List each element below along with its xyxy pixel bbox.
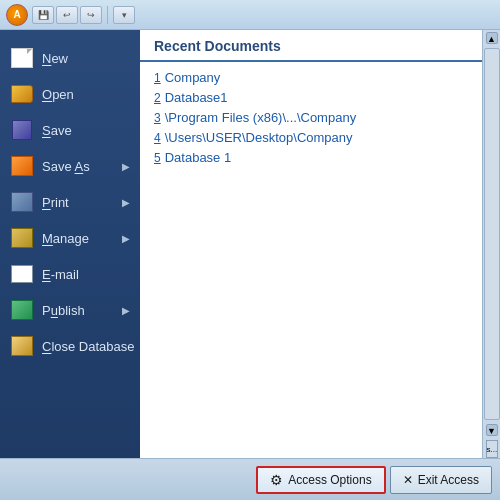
manage-icon [10, 226, 34, 250]
saveas-icon [10, 154, 34, 178]
doc-name-3: \Program Files (x86)\...\Company [165, 110, 356, 125]
doc-num-1: 1 [154, 71, 161, 85]
left-menu-panel: New Open Save [0, 30, 140, 458]
menu-item-manage[interactable]: Manage ▶ [0, 220, 140, 256]
menu-open-label: Open [42, 87, 74, 102]
toolbar-separator [107, 6, 108, 24]
access-options-label: Access Options [288, 473, 371, 487]
doc-item-4[interactable]: 4 \Users\USER\Desktop\Company [154, 130, 468, 145]
doc-item-2[interactable]: 2 Database1 [154, 90, 468, 105]
menu-item-close[interactable]: Close Database [0, 328, 140, 364]
exit-access-label: Exit Access [418, 473, 479, 487]
publish-icon [10, 298, 34, 322]
doc-num-3: 3 [154, 111, 161, 125]
doc-name-5: Database 1 [165, 150, 232, 165]
publish-arrow: ▶ [122, 305, 130, 316]
doc-num-4: 4 [154, 131, 161, 145]
menu-email-label: E-mail [42, 267, 79, 282]
menu-manage-label: Manage [42, 231, 89, 246]
scrollbar-track[interactable] [484, 48, 500, 420]
doc-item-3[interactable]: 3 \Program Files (x86)\...\Company [154, 110, 468, 125]
new-icon [10, 46, 34, 70]
scroll-corner: s... [486, 440, 498, 458]
menu-item-publish[interactable]: Publish ▶ [0, 292, 140, 328]
menu-publish-label: Publish [42, 303, 85, 318]
menu-save-label: Save [42, 123, 72, 138]
content-area: New Open Save [0, 30, 500, 458]
undo-btn[interactable]: ↩ [56, 6, 78, 24]
recent-docs-panel: Recent Documents 1 Company 2 Database1 3… [140, 30, 482, 458]
exit-access-button[interactable]: ✕ Exit Access [390, 466, 492, 494]
titlebar: A 💾 ↩ ↪ ▾ [0, 0, 500, 30]
email-icon [10, 262, 34, 286]
menu-item-open[interactable]: Open [0, 76, 140, 112]
toolbar-buttons: 💾 ↩ ↪ ▾ [32, 6, 135, 24]
menu-item-saveas[interactable]: Save As ▶ [0, 148, 140, 184]
menu-item-new[interactable]: New [0, 40, 140, 76]
exit-icon: ✕ [403, 473, 413, 487]
menu-saveas-label: Save As [42, 159, 90, 174]
save-toolbar-btn[interactable]: 💾 [32, 6, 54, 24]
redo-btn[interactable]: ↪ [80, 6, 102, 24]
menu-close-label: Close Database [42, 339, 135, 354]
doc-name-2: Database1 [165, 90, 228, 105]
doc-item-1[interactable]: 1 Company [154, 70, 468, 85]
menu-new-label: New [42, 51, 68, 66]
access-options-icon: ⚙ [270, 472, 283, 488]
open-icon [10, 82, 34, 106]
doc-num-2: 2 [154, 91, 161, 105]
bottom-bar: ⚙ Access Options ✕ Exit Access [0, 458, 500, 500]
recent-docs-list: 1 Company 2 Database1 3 \Program Files (… [140, 62, 482, 458]
scroll-down-btn[interactable]: ▼ [486, 424, 498, 436]
menu-item-print[interactable]: Print ▶ [0, 184, 140, 220]
doc-num-5: 5 [154, 151, 161, 165]
menu-item-save[interactable]: Save [0, 112, 140, 148]
print-arrow: ▶ [122, 197, 130, 208]
app-logo: A [6, 4, 28, 26]
print-icon [10, 190, 34, 214]
manage-arrow: ▶ [122, 233, 130, 244]
close-db-icon [10, 334, 34, 358]
recent-docs-header: Recent Documents [140, 30, 482, 62]
saveas-arrow: ▶ [122, 161, 130, 172]
right-scrollbar[interactable]: ▲ ▼ s... [482, 30, 500, 458]
scroll-up-btn[interactable]: ▲ [486, 32, 498, 44]
save-icon [10, 118, 34, 142]
main-window: A 💾 ↩ ↪ ▾ New [0, 0, 500, 500]
dropdown-btn[interactable]: ▾ [113, 6, 135, 24]
doc-item-5[interactable]: 5 Database 1 [154, 150, 468, 165]
menu-item-email[interactable]: E-mail [0, 256, 140, 292]
doc-name-1: Company [165, 70, 221, 85]
access-options-button[interactable]: ⚙ Access Options [256, 466, 385, 494]
doc-name-4: \Users\USER\Desktop\Company [165, 130, 353, 145]
menu-print-label: Print [42, 195, 69, 210]
